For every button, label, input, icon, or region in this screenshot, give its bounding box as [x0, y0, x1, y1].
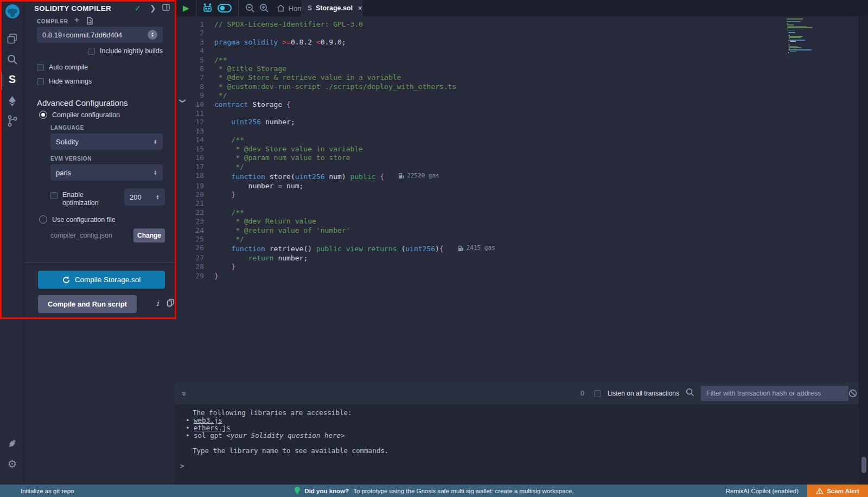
close-tab-icon[interactable]: ✕ — [358, 5, 362, 12]
code-line: 26 function retrieve() public view retur… — [175, 244, 868, 254]
remix-logo-icon[interactable] — [0, 3, 24, 21]
init-git-repo-button[interactable]: Initialize as git repo — [21, 488, 74, 494]
line-number[interactable]: 20 — [175, 190, 204, 199]
compile-button[interactable]: Compile Storage.sol — [38, 271, 165, 289]
language-select[interactable]: Solidity ▲▼ — [50, 133, 163, 150]
collapse-terminal-icon[interactable]: » — [180, 391, 189, 396]
code-line: 16 * @param num value to store — [175, 154, 868, 162]
scrollbar-rail[interactable] — [859, 16, 868, 485]
add-compiler-icon[interactable]: + — [74, 15, 79, 25]
line-number[interactable]: 1 — [175, 20, 204, 29]
line-number[interactable]: 6 — [175, 65, 204, 73]
line-number[interactable]: 7 — [175, 73, 204, 82]
change-config-button[interactable]: Change — [133, 228, 165, 243]
line-number[interactable]: 12 — [175, 118, 204, 126]
clear-terminal-ban-icon[interactable] — [848, 389, 857, 400]
compiler-configuration-radio[interactable] — [39, 111, 47, 119]
auto-compile-checkbox[interactable] — [37, 64, 44, 71]
editor-top-bar: ▶ Home — [175, 0, 868, 16]
library-link[interactable]: web3.js — [194, 416, 222, 424]
minimap[interactable] — [787, 18, 852, 55]
line-number[interactable]: 21 — [175, 199, 204, 208]
line-number[interactable]: 14 — [175, 136, 204, 144]
main-area: ▶ Home S Storage.sol ✕ 1// SPDX-License-… — [175, 0, 868, 485]
enable-optimization-checkbox[interactable] — [50, 192, 58, 199]
scrollbar-thumb[interactable] — [861, 457, 866, 473]
include-nightly-checkbox[interactable] — [88, 48, 95, 55]
zoom-out-icon[interactable] — [245, 3, 255, 13]
copilot-status[interactable]: RemixAI Copilot (enabled) — [726, 488, 799, 494]
code-line: 7 * @dev Store & retrieve value in a var… — [175, 73, 868, 82]
line-number[interactable]: 29 — [175, 272, 204, 281]
pin-panel-icon[interactable] — [162, 4, 170, 12]
run-script-play-icon[interactable]: ▶ — [183, 3, 189, 13]
line-number[interactable]: 23 — [175, 217, 204, 226]
compile-and-run-button[interactable]: Compile and Run script — [38, 295, 137, 313]
library-list: web3.jsethers.jssol-gpt <your Solidity q… — [193, 417, 868, 439]
code-line: 4 — [175, 47, 868, 55]
deploy-run-icon[interactable] — [0, 95, 24, 107]
line-number[interactable]: 17 — [175, 163, 204, 171]
line-number[interactable]: 15 — [175, 145, 204, 154]
select-arrows-icon: ▲▼ — [148, 30, 157, 40]
code-line: 17 */ — [175, 163, 868, 171]
lightbulb-icon — [294, 487, 300, 495]
code-line: 3pragma solidity >=0.8.2 <0.9.0; — [175, 38, 868, 47]
panel-forward-icon[interactable]: ❯ — [150, 4, 156, 12]
transaction-filter-input[interactable] — [701, 386, 848, 401]
terminal-search-icon[interactable] — [686, 388, 694, 399]
line-number[interactable]: 4 — [175, 47, 204, 55]
code-line: 21 — [175, 199, 868, 208]
hide-warnings-row: Hide warnings — [37, 78, 92, 85]
advanced-configurations-header[interactable]: Advanced Configurations — [37, 98, 128, 107]
evm-version-select[interactable]: paris ▲▼ — [50, 164, 163, 181]
zoom-in-icon[interactable] — [259, 3, 269, 13]
gas-estimate-badge: 2415 gas — [458, 244, 495, 252]
auto-compile-row: Auto compile — [37, 63, 88, 71]
line-number[interactable]: 5 — [175, 56, 204, 65]
ai-copilot-robot-icon[interactable] — [202, 3, 213, 14]
line-number[interactable]: 22 — [175, 208, 204, 217]
tab-storage-sol[interactable]: S Storage.sol ✕ — [302, 0, 362, 16]
line-number[interactable]: 18 — [175, 171, 204, 182]
line-number[interactable]: 3 — [175, 38, 204, 47]
line-number[interactable]: 2 — [175, 29, 204, 37]
line-number[interactable]: 16 — [175, 154, 204, 162]
code-line: 25 */ — [175, 235, 868, 244]
settings-icon[interactable]: ⚙ — [0, 457, 24, 470]
scam-alert-badge[interactable]: Scam Alert — [807, 485, 868, 497]
file-explorer-icon[interactable] — [0, 33, 24, 44]
library-link[interactable]: ethers.js — [194, 424, 231, 432]
compiler-configuration-row: Compiler configuration — [39, 111, 120, 119]
open-compiler-window-icon[interactable] — [86, 17, 93, 27]
plugin-manager-icon[interactable] — [0, 438, 24, 449]
chevron-down-icon[interactable]: ❯ — [179, 98, 187, 104]
line-number[interactable]: 27 — [175, 254, 204, 263]
line-number[interactable]: 8 — [175, 82, 204, 91]
code-line: 23 * @dev Return value — [175, 217, 868, 226]
code-line: 24 * @return value of 'number' — [175, 226, 868, 235]
listen-transactions-checkbox[interactable] — [594, 390, 601, 397]
line-number[interactable]: 11 — [175, 109, 204, 118]
line-number[interactable]: 24 — [175, 226, 204, 235]
copy-icon[interactable] — [167, 298, 174, 309]
line-number[interactable]: 28 — [175, 263, 204, 271]
solidity-compiler-icon[interactable]: S — [0, 73, 24, 86]
compiler-version-select[interactable]: 0.8.19+commit.7dd6d404 ▲▼ — [37, 27, 163, 43]
refresh-icon — [62, 276, 70, 284]
code-line: 13 — [175, 127, 868, 136]
terminal-prompt[interactable]: > — [180, 462, 184, 470]
include-nightly-row: Include nightly builds — [88, 47, 163, 55]
git-icon[interactable] — [0, 115, 24, 127]
line-number[interactable]: 25 — [175, 235, 204, 244]
search-icon[interactable] — [0, 54, 24, 65]
optimization-runs-input[interactable]: 200 ▲▼ — [124, 188, 165, 206]
copilot-toggle[interactable] — [218, 4, 232, 12]
line-number[interactable]: 13 — [175, 127, 204, 136]
line-number[interactable]: 19 — [175, 182, 204, 190]
info-icon[interactable]: i — [156, 299, 158, 308]
code-editor[interactable]: 1// SPDX-License-Identifier: GPL-3.02 3p… — [175, 16, 868, 383]
use-configuration-file-radio[interactable] — [39, 215, 47, 224]
line-number[interactable]: 26 — [175, 244, 204, 254]
hide-warnings-checkbox[interactable] — [37, 78, 44, 85]
